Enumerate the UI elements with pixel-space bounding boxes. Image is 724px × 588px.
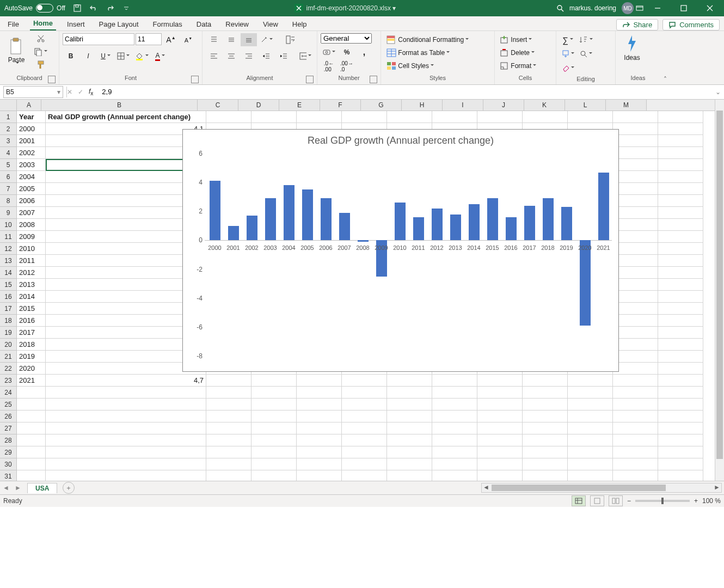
cell[interactable] (568, 422, 613, 434)
cell[interactable]: 2012 (17, 267, 46, 279)
cell[interactable] (613, 422, 658, 434)
qat-more-icon[interactable] (119, 1, 134, 16)
row-header[interactable]: 17 (0, 303, 17, 315)
col-header[interactable]: B (41, 100, 198, 111)
cell[interactable] (206, 422, 251, 434)
cell[interactable] (613, 434, 658, 446)
cell[interactable] (658, 303, 703, 315)
insert-cells-button[interactable]: Insert (498, 33, 550, 46)
cell[interactable] (613, 458, 658, 470)
row-header[interactable]: 29 (0, 446, 17, 458)
align-middle-button[interactable] (223, 33, 240, 46)
align-right-button[interactable] (241, 50, 257, 63)
cell[interactable] (342, 434, 387, 446)
cell[interactable] (613, 219, 658, 231)
cell[interactable]: 2007 (17, 207, 46, 219)
row-header[interactable]: 22 (0, 363, 17, 375)
cell[interactable] (523, 458, 568, 470)
cell[interactable]: 2011 (17, 255, 46, 267)
cell[interactable]: 2008 (17, 219, 46, 231)
cell[interactable] (46, 399, 206, 411)
paste-button[interactable]: Paste (3, 35, 29, 68)
row-header[interactable]: 28 (0, 434, 17, 446)
autosave-toggle[interactable]: AutoSave Off (4, 4, 65, 13)
cell[interactable] (658, 351, 703, 363)
align-bottom-button[interactable] (241, 33, 257, 46)
cell[interactable] (613, 446, 658, 458)
cell[interactable] (17, 422, 46, 434)
cell[interactable] (613, 399, 658, 411)
cell[interactable]: 2009 (17, 231, 46, 243)
zoom-out-button[interactable]: − (627, 497, 631, 505)
cell[interactable] (658, 195, 703, 207)
percent-button[interactable]: % (339, 46, 355, 59)
cell[interactable] (568, 470, 613, 481)
cell[interactable]: 2001 (17, 135, 46, 147)
expand-formula-bar-icon[interactable]: ⌄ (715, 88, 724, 96)
cell[interactable] (387, 111, 432, 123)
cell[interactable] (613, 303, 658, 315)
tab-formulas[interactable]: Formulas (150, 18, 186, 30)
cell[interactable]: 2015 (17, 303, 46, 315)
cell[interactable] (613, 411, 658, 422)
decrease-indent-button[interactable] (258, 50, 274, 63)
cell[interactable]: 4,7 (46, 375, 206, 387)
tab-view[interactable]: View (260, 18, 281, 30)
cell[interactable] (206, 411, 251, 422)
cell[interactable] (613, 147, 658, 159)
cell[interactable] (46, 411, 206, 422)
col-header[interactable]: E (279, 100, 320, 111)
cell[interactable] (387, 375, 432, 387)
accounting-format-button[interactable] (321, 46, 338, 59)
cell[interactable] (46, 387, 206, 399)
cell[interactable] (251, 422, 297, 434)
cell[interactable] (658, 183, 703, 195)
close-button[interactable] (698, 0, 722, 16)
autosum-button[interactable]: ∑ (560, 33, 576, 46)
cell[interactable] (658, 159, 703, 171)
row-header[interactable]: 3 (0, 135, 17, 147)
cut-button[interactable] (32, 32, 50, 45)
cell[interactable]: 2021 (17, 375, 46, 387)
embedded-chart[interactable]: Real GDP growth (Annual percent change) … (182, 129, 619, 372)
ribbon-display-icon[interactable] (636, 5, 643, 11)
col-header[interactable]: A (17, 100, 41, 111)
row-header[interactable]: 23 (0, 375, 17, 387)
row-header[interactable]: 18 (0, 315, 17, 327)
row-header[interactable]: 2 (0, 123, 17, 135)
cell[interactable] (432, 111, 477, 123)
cell[interactable] (251, 387, 297, 399)
cell[interactable]: 2017 (17, 327, 46, 339)
col-header[interactable]: J (483, 100, 524, 111)
cell[interactable] (613, 351, 658, 363)
cell[interactable] (568, 434, 613, 446)
sheet-tab[interactable]: USA (27, 483, 57, 493)
cell[interactable] (206, 375, 251, 387)
wrap-text-button[interactable] (283, 33, 299, 46)
fx-icon[interactable]: fx (89, 88, 93, 96)
cell[interactable] (568, 399, 613, 411)
cell[interactable] (613, 339, 658, 351)
cell[interactable] (658, 315, 703, 327)
cell[interactable]: 2014 (17, 291, 46, 303)
zoom-level[interactable]: 100 % (702, 497, 721, 505)
row-header[interactable]: 8 (0, 195, 17, 207)
row-header[interactable]: 14 (0, 267, 17, 279)
cell[interactable] (477, 458, 523, 470)
cell[interactable]: 2019 (17, 351, 46, 363)
cell[interactable] (342, 446, 387, 458)
cell[interactable]: 2013 (17, 279, 46, 291)
name-box[interactable]: B5▾ (3, 86, 63, 98)
cell[interactable] (432, 411, 477, 422)
normal-view-button[interactable] (572, 495, 586, 506)
col-header[interactable]: F (320, 100, 361, 111)
row-header[interactable]: 4 (0, 147, 17, 159)
grow-font-button[interactable]: A▲ (163, 33, 179, 46)
tab-home[interactable]: Home (30, 17, 56, 30)
align-left-button[interactable] (206, 50, 222, 63)
increase-decimal-button[interactable]: .0←.00 (321, 60, 337, 73)
cell[interactable] (251, 375, 297, 387)
tab-page-layout[interactable]: Page Layout (96, 18, 142, 30)
fill-color-button[interactable] (133, 50, 151, 63)
ideas-button[interactable]: Ideas (619, 32, 645, 64)
